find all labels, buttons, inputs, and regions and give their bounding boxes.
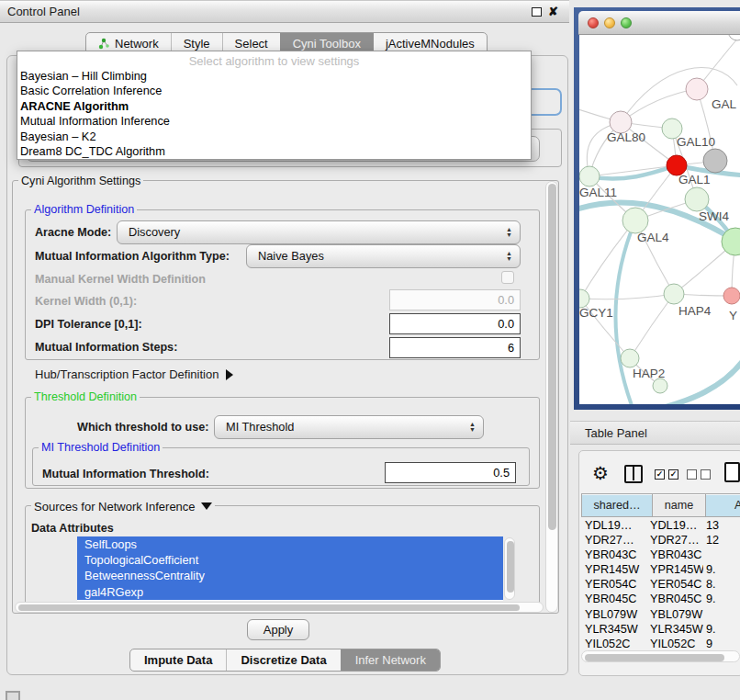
network-window-titlebar[interactable] <box>578 11 740 35</box>
table-row[interactable]: YDL19…YDL19…13 <box>581 518 740 533</box>
apply-button[interactable]: Apply <box>247 619 309 640</box>
node-below-gal1[interactable] <box>685 187 709 211</box>
table-cell: YBR045C <box>650 592 703 606</box>
node-bottom[interactable] <box>653 378 667 393</box>
mi-steps-field[interactable]: 6 <box>389 337 521 358</box>
dpi-tolerance-label: DPI Tolerance [0,1]: <box>35 318 142 331</box>
network-edge[interactable] <box>580 294 674 299</box>
table-cell: 9. <box>703 562 738 577</box>
table-panel-title: Table Panel <box>585 422 647 445</box>
table-cell: YER054C <box>650 577 703 592</box>
node-top-partial[interactable] <box>728 35 740 40</box>
column-header[interactable]: A <box>706 493 740 517</box>
table-horizontal-scrollbar[interactable] <box>581 650 740 662</box>
mi-type-value: Naive Bayes <box>258 249 324 263</box>
table-row[interactable]: YBL079WYBL079W <box>581 607 740 622</box>
mi-type-combobox[interactable]: Naive Bayes ▲▼ <box>246 244 521 268</box>
node-gray[interactable] <box>703 149 727 173</box>
app-root: Control Panel ✘ NetworkStyleSelectCyni T… <box>0 0 740 700</box>
unselect-columns-icon[interactable] <box>687 469 697 480</box>
node-gcy1-label: GCY1 <box>579 306 613 320</box>
select-columns-icon[interactable]: ✓ <box>668 469 678 480</box>
combo-stepper-icon: ▲▼ <box>506 221 512 243</box>
column-header[interactable]: shared… <box>581 493 653 517</box>
tab-impute-data[interactable]: Impute Data <box>130 649 226 671</box>
attribute-item[interactable]: SelfLoops <box>77 536 503 552</box>
hub-definition-expander[interactable]: Hub/Transcription Factor Definition <box>35 367 233 381</box>
table-row[interactable]: YDR27…YDR27…12 <box>581 533 740 548</box>
cyni-bottom-tabbar: Impute DataDiscretize DataInfer Network <box>129 649 441 672</box>
column-header[interactable]: name <box>653 493 706 517</box>
table-cell: YLR345W <box>581 622 650 637</box>
attribute-item[interactable]: TopologicalCoefficient <box>77 552 503 568</box>
table-row[interactable]: YBR043CYBR043C <box>581 548 740 562</box>
table-row[interactable]: YLR345WYLR345W9. <box>581 622 740 637</box>
algorithm-option[interactable]: Mutual Information Inference <box>17 114 531 129</box>
tab-discretize-data[interactable]: Discretize Data <box>226 649 340 671</box>
algorithm-option[interactable]: Bayesian – Hill Climbing <box>17 69 531 84</box>
aracne-mode-combobox[interactable]: Discovery ▲▼ <box>117 220 521 244</box>
node-gal11[interactable] <box>579 166 600 186</box>
table-row[interactable]: YIL052CYIL052C9 <box>581 637 740 649</box>
algorithm-option[interactable]: ARACNE Algorithm <box>17 99 531 114</box>
attribute-item[interactable]: BetweennessCentrality <box>77 568 503 583</box>
which-threshold-combobox[interactable]: MI Threshold ▲▼ <box>214 415 484 439</box>
settings-vertical-scrollbar[interactable] <box>545 181 558 613</box>
attributes-list-scrollbar[interactable] <box>504 537 515 600</box>
close-icon[interactable]: ✘ <box>548 3 558 21</box>
settings-horizontal-scrollbar[interactable] <box>15 602 544 613</box>
attribute-item[interactable]: gal4RGexp <box>77 584 503 600</box>
table-cell <box>703 548 738 562</box>
minimize-traffic-light-icon[interactable] <box>604 17 615 28</box>
manual-kernel-checkbox[interactable] <box>501 271 514 284</box>
document-icon[interactable] <box>724 462 740 482</box>
table-cell: YDR27… <box>581 533 650 548</box>
select-columns-icon[interactable]: ✓ <box>655 469 665 480</box>
network-edge[interactable] <box>621 89 697 122</box>
algorithm-option[interactable]: Basic Correlation Inference <box>17 84 531 98</box>
table-row[interactable]: YER054CYER054C8. <box>581 577 740 592</box>
sources-expander[interactable]: Sources for Network Inference <box>31 500 215 514</box>
node-hap4[interactable] <box>664 284 684 304</box>
node-pink-right-label: Y <box>729 309 737 322</box>
table-cell: 9. <box>703 622 738 637</box>
tab-infer-network[interactable]: Infer Network <box>341 649 440 671</box>
kernel-width-field[interactable]: 0.0 <box>389 289 521 310</box>
unselect-columns-icon[interactable] <box>701 469 711 480</box>
minimized-palette-icon[interactable] <box>6 691 20 700</box>
algorithm-option[interactable]: Bayesian – K2 <box>17 130 531 144</box>
data-attributes-label: Data Attributes <box>31 522 114 535</box>
table-panel-titlebar: Table Panel <box>570 421 740 445</box>
table-row[interactable]: YPR145WYPR145W9. <box>581 562 740 577</box>
settings-gear-icon[interactable]: ⚙ <box>592 462 609 484</box>
cyni-algorithm-settings-title: Cyni Algorithm Settings <box>18 175 143 187</box>
aracne-mode-value: Discovery <box>129 225 180 239</box>
node-gcy1[interactable] <box>579 289 589 308</box>
network-edge[interactable] <box>621 67 737 122</box>
network-edge[interactable] <box>580 220 635 299</box>
table-cell: YDR27… <box>650 533 703 548</box>
node-swi4-label: SWI4 <box>699 209 729 223</box>
combo-stepper-icon: ▲▼ <box>506 245 512 267</box>
table-row[interactable]: YBR045CYBR045C9. <box>581 592 740 606</box>
network-edge[interactable] <box>630 294 674 358</box>
float-window-icon[interactable] <box>532 7 542 17</box>
split-columns-icon[interactable] <box>624 465 643 483</box>
network-canvas[interactable]: GALGAL80GAL10GAL1GAL11SWI4GAL4GCY1HAP4YH… <box>579 35 740 404</box>
node-hap2[interactable] <box>621 349 639 367</box>
node-gal-partial-label: GAL <box>712 97 737 111</box>
network-edge[interactable] <box>662 361 740 404</box>
node-gal-partial[interactable] <box>686 78 708 100</box>
close-traffic-light-icon[interactable] <box>588 17 599 28</box>
zoom-traffic-light-icon[interactable] <box>621 17 632 28</box>
table-cell: YDL19… <box>581 518 650 533</box>
control-panel-titlebar: Control Panel ✘ <box>0 0 569 23</box>
dpi-tolerance-field[interactable]: 0.0 <box>389 313 521 334</box>
hub-definition-label: Hub/Transcription Factor Definition <box>35 367 219 381</box>
mi-threshold-field[interactable]: 0.5 <box>385 462 516 483</box>
algorithm-dropdown-prompt: Select algorithm to view settings <box>17 51 531 69</box>
algorithm-option[interactable]: Dream8 DC_TDC Algorithm <box>17 144 531 159</box>
node-pink-right[interactable] <box>723 288 740 304</box>
node-gal4[interactable] <box>622 208 648 233</box>
table-cell <box>703 607 738 622</box>
